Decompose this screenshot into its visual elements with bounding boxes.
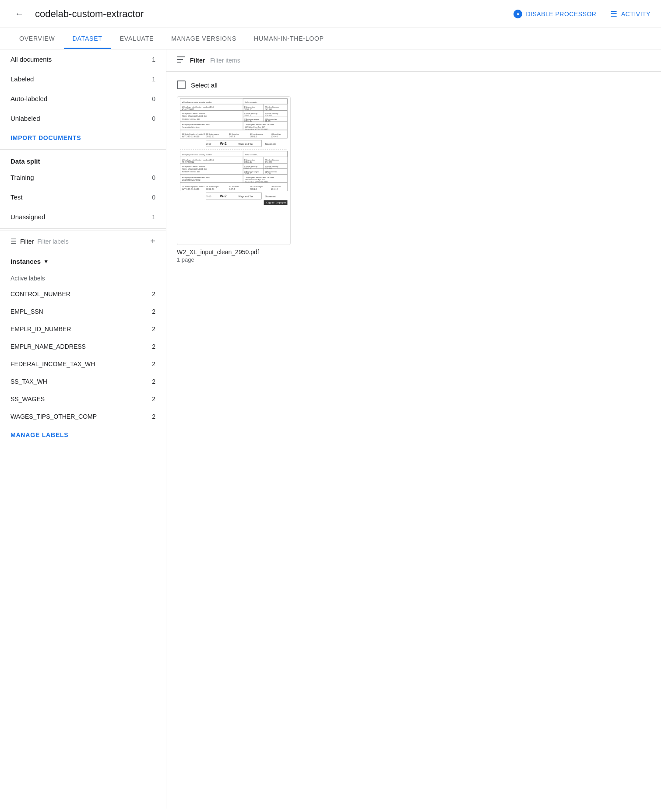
back-button[interactable]: ← bbox=[11, 5, 28, 23]
svg-text:Safe, accurate,: Safe, accurate, bbox=[245, 154, 257, 156]
sidebar-all-documents[interactable]: All documents 1 bbox=[0, 49, 166, 69]
svg-text:WY  347-51-6156: WY 347-51-6156 bbox=[182, 188, 200, 190]
label-empl-ssn[interactable]: EMPL_SSN 2 bbox=[0, 303, 166, 320]
activity-icon: ☰ bbox=[610, 9, 618, 19]
label-control-number[interactable]: CONTROL_NUMBER 2 bbox=[0, 285, 166, 303]
content-filter-icon bbox=[177, 56, 185, 64]
main-layout: All documents 1 Labeled 1 Auto-labeled 0… bbox=[0, 49, 661, 808]
svg-text:3852.50: 3852.50 bbox=[244, 114, 252, 117]
document-card[interactable]: a Employee's social security number Safe… bbox=[177, 96, 291, 263]
svg-text:Wage and Tax: Wage and Tax bbox=[239, 143, 253, 145]
label-emplr-name-address[interactable]: EMPLR_NAME_ADDRESS 2 bbox=[0, 338, 166, 355]
sidebar-unassigned[interactable]: Unassigned 1 bbox=[0, 207, 166, 227]
svg-text:3851.5: 3851.5 bbox=[250, 135, 257, 138]
svg-text:Allen, Chan and Abbott Inc.: Allen, Chan and Abbott Inc. bbox=[182, 115, 207, 117]
document-thumbnail: a Employee's social security number Safe… bbox=[177, 96, 291, 245]
tab-manage-versions[interactable]: MANAGE VERSIONS bbox=[162, 28, 245, 49]
svg-text:W-2: W-2 bbox=[220, 141, 227, 146]
import-documents-button[interactable]: IMPORT DOCUMENTS bbox=[0, 128, 166, 147]
svg-text:Jeanette  Martinez: Jeanette Martinez bbox=[182, 126, 200, 129]
svg-text:W-2: W-2 bbox=[220, 194, 227, 198]
label-ss-wages[interactable]: SS_WAGES 2 bbox=[0, 390, 166, 408]
top-bar-actions: ● DISABLE PROCESSOR ☰ ACTIVITY bbox=[513, 9, 650, 19]
nav-tabs: OVERVIEW DATASET EVALUATE MANAGE VERSION… bbox=[0, 28, 661, 49]
svg-text:2010: 2010 bbox=[206, 195, 211, 198]
document-grid: a Employee's social security number Safe… bbox=[166, 96, 661, 263]
label-federal-income-tax-wh[interactable]: FEDERAL_INCOME_TAX_WH 2 bbox=[0, 355, 166, 373]
tab-dataset[interactable]: DATASET bbox=[64, 28, 111, 49]
svg-text:Statement: Statement bbox=[265, 143, 276, 145]
svg-text:Statement: Statement bbox=[265, 195, 276, 198]
svg-text:19 Local tax: 19 Local tax bbox=[271, 133, 281, 135]
tab-human-in-the-loop[interactable]: HUMAN-IN-THE-LOOP bbox=[245, 28, 333, 49]
label-emplr-id-number[interactable]: EMPLR_ID_NUMBER 2 bbox=[0, 320, 166, 338]
filter-icon: ☰ bbox=[11, 237, 17, 245]
top-bar: ← codelab-custom-extractor ● DISABLE PRO… bbox=[0, 0, 661, 28]
document-name: W2_XL_input_clean_2950.pdf bbox=[177, 248, 291, 256]
active-labels-title: Active labels bbox=[0, 271, 166, 285]
svg-text:16 State wages: 16 State wages bbox=[206, 133, 219, 135]
disable-processor-button[interactable]: ● DISABLE PROCESSOR bbox=[513, 10, 596, 18]
svg-text:Jeanette  Martinez: Jeanette Martinez bbox=[182, 178, 200, 181]
svg-text:134.48: 134.48 bbox=[271, 135, 278, 138]
svg-text:3851.5: 3851.5 bbox=[250, 188, 257, 190]
divider-2 bbox=[0, 228, 166, 229]
svg-text:PO BOX 500 Ste. 417: PO BOX 500 Ste. 417 bbox=[182, 171, 200, 173]
svg-text:f Employee's address and ZIP c: f Employee's address and ZIP code bbox=[245, 123, 274, 126]
label-wages-tips-other-comp[interactable]: WAGES_TIPS_OTHER_COMP 2 bbox=[0, 408, 166, 425]
svg-text:147.4: 147.4 bbox=[229, 135, 235, 138]
svg-text:17 State tax: 17 State tax bbox=[229, 186, 239, 188]
svg-text:c Employer's name, address: c Employer's name, address bbox=[182, 165, 205, 168]
svg-text:Wage and Tax: Wage and Tax bbox=[239, 195, 253, 198]
svg-text:187 Miller Point Apt. 417: 187 Miller Point Apt. 417 bbox=[245, 126, 265, 128]
svg-rect-1 bbox=[177, 59, 183, 60]
svg-text:15 State   Employer's state ID: 15 State Employer's state ID bbox=[182, 133, 205, 135]
sidebar-test[interactable]: Test 0 bbox=[0, 187, 166, 207]
page-title: codelab-custom-extractor bbox=[35, 8, 513, 20]
svg-text:541.00: 541.00 bbox=[265, 161, 272, 163]
svg-text:187 Miller Point Apt. 417: 187 Miller Point Apt. 417 bbox=[245, 178, 265, 181]
svg-rect-2 bbox=[177, 62, 181, 63]
svg-text:3852.31: 3852.31 bbox=[206, 135, 214, 138]
svg-text:a Employee's social security n: a Employee's social security number bbox=[182, 101, 212, 103]
svg-text:17 State tax: 17 State tax bbox=[229, 133, 239, 135]
sidebar: All documents 1 Labeled 1 Auto-labeled 0… bbox=[0, 49, 166, 808]
label-ss-tax-wh[interactable]: SS_TAX_WH 2 bbox=[0, 373, 166, 390]
svg-text:19 Local tax: 19 Local tax bbox=[271, 186, 281, 188]
svg-text:WY  347-51-6156: WY 347-51-6156 bbox=[182, 135, 200, 138]
svg-text:e Employee's first name and in: e Employee's first name and initial bbox=[182, 176, 210, 178]
svg-text:2010: 2010 bbox=[206, 143, 211, 145]
select-all-row: Select all bbox=[166, 72, 661, 96]
svg-text:Allen, Chan and Abbott Inc.: Allen, Chan and Abbott Inc. bbox=[182, 168, 207, 170]
data-split-title: Data split bbox=[0, 151, 166, 168]
svg-text:PO BOX 500 Ste. 417: PO BOX 500 Ste. 417 bbox=[182, 118, 200, 120]
svg-text:Safe, accurate,: Safe, accurate, bbox=[245, 101, 257, 103]
sidebar-auto-labeled[interactable]: Auto-labeled 0 bbox=[0, 89, 166, 108]
svg-text:238.85: 238.85 bbox=[265, 167, 272, 170]
select-all-checkbox[interactable] bbox=[177, 80, 186, 89]
svg-text:Copy B - Employee: Copy B - Employee bbox=[266, 201, 286, 204]
sidebar-labeled[interactable]: Labeled 1 bbox=[0, 69, 166, 89]
disable-icon: ● bbox=[513, 10, 522, 18]
content-filter-bar: Filter Filter items bbox=[166, 49, 661, 72]
svg-text:18 Local wages: 18 Local wages bbox=[250, 186, 263, 188]
svg-text:3852.31: 3852.31 bbox=[206, 188, 214, 190]
add-filter-button[interactable]: + bbox=[150, 236, 155, 246]
svg-text:16 State wages: 16 State wages bbox=[206, 186, 219, 188]
sidebar-training[interactable]: Training 0 bbox=[0, 168, 166, 187]
svg-rect-0 bbox=[177, 56, 185, 57]
svg-text:238.85: 238.85 bbox=[265, 114, 272, 117]
activity-button[interactable]: ☰ ACTIVITY bbox=[610, 9, 650, 19]
svg-text:45-6789012: 45-6789012 bbox=[182, 161, 194, 163]
svg-text:18 Local wages: 18 Local wages bbox=[250, 133, 263, 135]
svg-text:3852.50: 3852.50 bbox=[244, 161, 252, 163]
svg-text:541.00: 541.00 bbox=[265, 108, 272, 111]
sidebar-unlabeled[interactable]: Unlabeled 0 bbox=[0, 108, 166, 128]
svg-text:e Employee's first name and in: e Employee's first name and initial bbox=[182, 123, 210, 126]
instances-header[interactable]: Instances ▼ bbox=[0, 252, 166, 271]
svg-text:134.48: 134.48 bbox=[271, 188, 278, 190]
tab-evaluate[interactable]: EVALUATE bbox=[111, 28, 162, 49]
manage-labels-button[interactable]: MANAGE LABELS bbox=[0, 425, 166, 444]
svg-text:147.4: 147.4 bbox=[229, 188, 235, 190]
tab-overview[interactable]: OVERVIEW bbox=[11, 28, 64, 49]
